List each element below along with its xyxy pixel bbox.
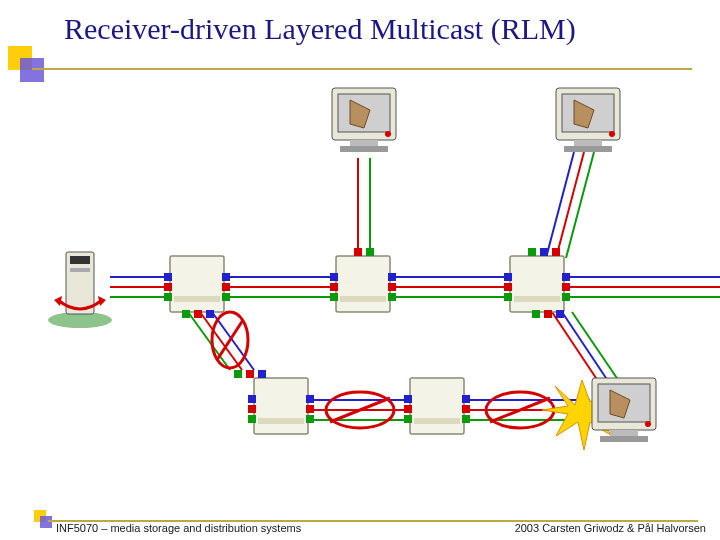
svg-rect-51 (388, 273, 396, 281)
svg-rect-48 (330, 273, 338, 281)
svg-rect-46 (336, 256, 390, 312)
svg-line-21 (200, 312, 242, 370)
svg-rect-56 (510, 256, 564, 312)
svg-rect-32 (70, 268, 90, 272)
svg-rect-88 (462, 415, 470, 423)
svg-rect-41 (222, 283, 230, 291)
svg-rect-91 (350, 140, 378, 146)
svg-rect-59 (504, 283, 512, 291)
svg-rect-62 (562, 283, 570, 291)
svg-rect-49 (330, 283, 338, 291)
svg-rect-31 (70, 256, 90, 264)
svg-rect-65 (552, 248, 560, 256)
diagram (0, 0, 720, 540)
svg-rect-40 (222, 273, 230, 281)
svg-point-98 (609, 131, 615, 137)
svg-rect-58 (504, 273, 512, 281)
svg-rect-78 (258, 370, 266, 378)
svg-rect-81 (410, 378, 464, 434)
svg-line-22 (188, 312, 230, 370)
svg-marker-34 (98, 296, 106, 306)
svg-rect-71 (258, 418, 304, 424)
links-server-r1 (110, 277, 170, 297)
svg-point-103 (645, 421, 651, 427)
svg-rect-53 (388, 293, 396, 301)
svg-rect-74 (248, 415, 256, 423)
svg-rect-42 (222, 293, 230, 301)
svg-rect-37 (164, 273, 172, 281)
router-5 (404, 378, 470, 434)
svg-rect-45 (206, 310, 214, 318)
links-r1-r2 (224, 277, 336, 297)
svg-rect-47 (340, 296, 386, 302)
svg-rect-79 (246, 370, 254, 378)
svg-rect-73 (248, 405, 256, 413)
footer-left: INF5070 – media storage and distribution… (56, 522, 301, 534)
svg-rect-61 (562, 273, 570, 281)
links-r2-monitor1 (358, 158, 370, 256)
svg-rect-82 (414, 418, 460, 424)
svg-rect-86 (462, 395, 470, 403)
monitor-2 (556, 88, 620, 152)
svg-rect-102 (600, 436, 648, 442)
svg-rect-60 (504, 293, 512, 301)
svg-rect-84 (404, 405, 412, 413)
svg-rect-76 (306, 405, 314, 413)
svg-rect-38 (164, 283, 172, 291)
svg-rect-72 (248, 395, 256, 403)
footer-right: 2003 Carsten Griwodz & Pål Halvorsen (515, 522, 706, 534)
source-server (48, 252, 112, 328)
router-3 (504, 248, 570, 318)
svg-rect-96 (574, 140, 602, 146)
monitor-1 (332, 88, 396, 152)
svg-rect-55 (366, 248, 374, 256)
svg-rect-50 (330, 293, 338, 301)
router-4 (234, 370, 314, 434)
links-r3-right (566, 277, 720, 297)
svg-rect-87 (462, 405, 470, 413)
svg-rect-77 (306, 415, 314, 423)
svg-rect-68 (556, 310, 564, 318)
svg-rect-54 (354, 248, 362, 256)
svg-marker-33 (54, 296, 62, 306)
svg-rect-83 (404, 395, 412, 403)
monitor-3 (592, 378, 656, 442)
svg-rect-75 (306, 395, 314, 403)
svg-rect-67 (544, 310, 552, 318)
svg-rect-66 (528, 248, 536, 256)
svg-rect-39 (164, 293, 172, 301)
svg-rect-64 (540, 248, 548, 256)
svg-rect-52 (388, 283, 396, 291)
svg-rect-80 (234, 370, 242, 378)
svg-rect-101 (610, 430, 638, 436)
svg-rect-36 (174, 296, 220, 302)
svg-rect-85 (404, 415, 412, 423)
svg-rect-92 (340, 146, 388, 152)
links-r2-r3 (390, 277, 510, 297)
svg-rect-70 (254, 378, 308, 434)
svg-rect-69 (532, 310, 540, 318)
svg-point-93 (385, 131, 391, 137)
router-1 (164, 256, 230, 318)
svg-rect-97 (564, 146, 612, 152)
svg-rect-35 (170, 256, 224, 312)
router-2 (330, 248, 396, 312)
svg-rect-57 (514, 296, 560, 302)
svg-rect-43 (182, 310, 190, 318)
footer-accent-purple (40, 516, 52, 528)
links-r3-monitor2 (546, 152, 594, 258)
svg-rect-44 (194, 310, 202, 318)
svg-rect-63 (562, 293, 570, 301)
